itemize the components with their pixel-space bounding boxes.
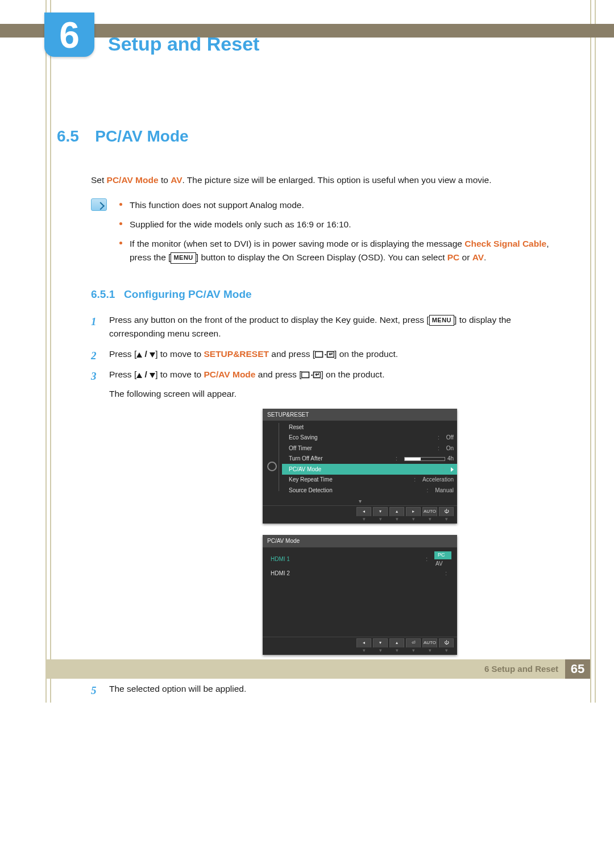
- step-item: 1 Press any button on the front of the p…: [91, 313, 560, 340]
- osd-row: HDMI 1:PCAV: [268, 550, 457, 568]
- osd-row: Key Repeat Time:Acceleration: [282, 475, 457, 485]
- step-item: 2 Press [ / ] to move to SETUP&RESET and…: [91, 347, 560, 361]
- av-keyword: AV: [472, 252, 484, 262]
- section-heading: 6.5 PC/AV Mode: [57, 124, 560, 148]
- osd-row-label: Off Timer: [289, 444, 312, 453]
- osd-row: Off Timer:On: [282, 443, 457, 454]
- step-item: 3 Press [ / ] to move to PC/AV Mode and …: [91, 368, 560, 655]
- chapter-header: 6 Setup and Reset: [0, 17, 614, 50]
- down-icon: [150, 352, 155, 358]
- osd-row: HDMI 2:: [268, 568, 457, 579]
- note-block: This function does not support Analog mo…: [91, 198, 560, 270]
- osd-row-label: Key Repeat Time: [289, 475, 333, 484]
- pc-keyword: PC: [447, 252, 460, 262]
- margin-rule: [590, 0, 591, 703]
- osd-row-value: :PCAV: [426, 550, 451, 568]
- step-number: 5: [91, 682, 97, 699]
- subsection-heading: 6.5.1 Configuring PC/AV Mode: [91, 286, 560, 302]
- step-item: 5 The selected option will be applied.: [91, 682, 560, 696]
- osd-softkey: ▴: [389, 507, 404, 516]
- osd-softkey: AUTO: [422, 507, 437, 516]
- osd-row-value: :Manual: [426, 486, 454, 495]
- svg-rect-0: [316, 351, 323, 357]
- osd-row-value: :On: [438, 444, 454, 453]
- footer-label: 6 Setup and Reset: [484, 664, 558, 674]
- osd-softkey: ⏻: [439, 638, 454, 647]
- osd-title: SETUP&RESET: [263, 409, 457, 421]
- step-note: The following screen will appear.: [109, 387, 560, 401]
- osd-softkey: AUTO: [422, 638, 437, 647]
- step-number: 2: [91, 347, 97, 364]
- osd-screenshot-setupreset: SETUP&RESET ResetEco Saving:OffOff Timer…: [263, 409, 457, 524]
- osd-row-value: :: [442, 465, 454, 474]
- enter-icon: [301, 371, 321, 379]
- osd-screenshot-pcavmode: PC/AV Mode HDMI 1:PCAVHDMI 2: ◂▾▴⏎AUTO⏻ …: [263, 535, 457, 654]
- pcav-keyword: PC/AV Mode: [107, 175, 159, 185]
- menu-button-icon: MENU: [171, 252, 196, 263]
- osd-row-value: : 4h: [396, 454, 454, 463]
- menu-button-icon: MENU: [429, 315, 454, 326]
- osd-row: Turn Off After: 4h: [282, 454, 457, 464]
- svg-rect-2: [302, 372, 309, 377]
- osd-row-label: Eco Saving: [289, 433, 318, 442]
- up-icon: [136, 373, 142, 378]
- down-icon: [150, 373, 155, 378]
- note-item: Supplied for the wide models only such a…: [118, 218, 560, 231]
- osd-softkey: ▾: [373, 638, 388, 647]
- osd-softkey: ◂: [356, 638, 371, 647]
- note-icon: [91, 198, 107, 211]
- section-title: PC/AV Mode: [95, 127, 188, 145]
- osd-row-label: Source Detection: [289, 486, 333, 495]
- osd-row: Eco Saving:Off: [282, 433, 457, 443]
- osd-row-value: :: [445, 569, 451, 578]
- av-keyword: AV: [171, 175, 182, 185]
- check-cable-keyword: Check Signal Cable: [464, 239, 546, 248]
- section-number: 6.5: [57, 127, 79, 145]
- page-footer: 6 Setup and Reset 65: [45, 659, 590, 679]
- osd-row: PC/AV Mode:: [282, 464, 457, 475]
- chapter-title: Setup and Reset: [108, 33, 259, 55]
- margin-rule: [595, 0, 596, 703]
- subsection-number: 6.5.1: [91, 288, 115, 300]
- osd-row-label: PC/AV Mode: [289, 465, 321, 474]
- note-item: This function does not support Analog mo…: [118, 198, 560, 212]
- osd-row: Reset: [282, 422, 457, 433]
- chapter-number-badge: 6: [44, 13, 94, 57]
- setupreset-keyword: SETUP&RESET: [204, 349, 269, 359]
- osd-softkey: ⏻: [439, 507, 454, 516]
- osd-row-label: Reset: [289, 423, 304, 432]
- margin-rule: [45, 0, 47, 703]
- osd-row-label: Turn Off After: [289, 454, 322, 463]
- step-number: 1: [91, 313, 97, 330]
- page-number: 65: [565, 659, 590, 679]
- intro-paragraph: Set PC/AV Mode to AV. The picture size w…: [91, 173, 560, 187]
- osd-softkey: ◂: [356, 507, 371, 516]
- osd-row-value: :Off: [438, 433, 454, 442]
- osd-row-label: HDMI 1: [271, 555, 290, 564]
- step-number: 3: [91, 368, 97, 384]
- enter-icon: [315, 351, 334, 359]
- up-icon: [136, 352, 142, 358]
- osd-row-label: HDMI 2: [271, 569, 290, 578]
- osd-softkey: ▾: [373, 507, 388, 516]
- subsection-title: Configuring PC/AV Mode: [124, 288, 251, 300]
- osd-softkey: ⏎: [406, 638, 421, 647]
- osd-softkey: ▴: [389, 638, 404, 647]
- osd-title: PC/AV Mode: [263, 535, 457, 547]
- osd-row: Source Detection:Manual: [282, 485, 457, 496]
- note-item: If the monitor (when set to DVI) is in p…: [118, 237, 560, 264]
- gear-icon: [267, 462, 277, 471]
- osd-row-value: :Acceleration: [414, 475, 454, 484]
- pcavmode-keyword: PC/AV Mode: [204, 369, 255, 379]
- margin-rule: [50, 0, 51, 703]
- osd-softkey: ▸: [406, 507, 421, 516]
